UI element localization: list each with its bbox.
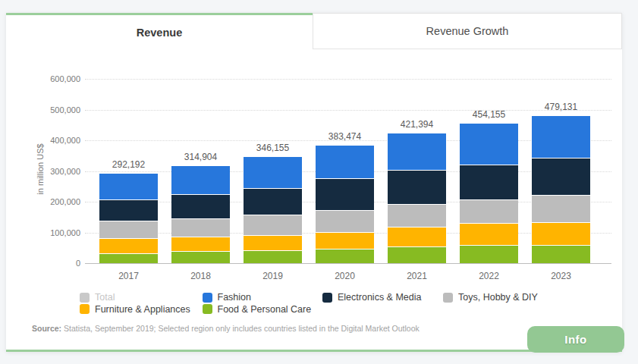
bar-segment[interactable] [244,250,302,263]
bar-total-label: 383,474 [300,131,391,143]
bar-total-label: 421,394 [372,119,463,130]
gridline [85,79,611,80]
bar-segment[interactable] [99,253,158,263]
bar-segment[interactable] [532,245,590,263]
bar-2021[interactable] [388,133,446,263]
y-tick-label: 200,000 [29,196,80,207]
legend-item[interactable]: Total [80,292,115,303]
bar-segment[interactable] [460,124,518,165]
bar-total-label: 479,131 [516,102,607,113]
bar-2018[interactable] [171,166,230,263]
y-tick-label: 100,000 [29,228,80,238]
bar-total-label: 346,155 [228,143,319,154]
bar-2020[interactable] [316,146,374,263]
bar-segment[interactable] [388,227,446,246]
legend-marker [80,293,90,303]
legend-item[interactable]: Furniture & Appliances [80,304,190,315]
legend-marker [80,304,90,314]
bar-segment[interactable] [532,195,590,222]
legend-label: Food & Personal Care [218,304,312,315]
bar-segment[interactable] [316,178,374,209]
bar-segment[interactable] [99,174,158,200]
bar-2022[interactable] [460,124,518,263]
y-tick-label: 500,000 [29,105,80,115]
y-tick-label: 600,000 [29,74,80,84]
bar-segment[interactable] [316,232,374,249]
bar-segment[interactable] [388,246,446,263]
legend-label: Toys, Hobby & DIY [458,292,538,303]
y-tick-label: 0 [29,258,80,268]
bar-segment[interactable] [171,166,230,194]
bar-2017[interactable] [99,174,158,263]
bar-segment[interactable] [316,146,374,179]
x-tick-label: 2021 [394,271,440,281]
legend-label: Fashion [218,292,251,303]
bar-segment[interactable] [99,199,158,221]
legend-label: Electronics & Media [338,292,421,303]
legend-item[interactable]: Fashion [203,292,251,303]
bar-segment[interactable] [316,210,374,232]
chart-card: Revenue Revenue Growth 600,000500,000400… [6,13,622,352]
bar-2019[interactable] [244,157,302,263]
legend-item[interactable]: Electronics & Media [322,292,421,303]
bar-segment[interactable] [388,204,446,227]
legend-marker [203,304,212,314]
legend-marker [443,293,453,303]
bar-segment[interactable] [99,238,158,253]
legend-item[interactable]: Food & Personal Care [203,304,312,315]
legend-marker [203,293,212,303]
bar-segment[interactable] [171,237,230,251]
bar-segment[interactable] [460,165,518,199]
bar-segment[interactable] [532,222,590,245]
x-tick-label: 2018 [178,271,224,281]
y-axis-title: in million US$ [36,143,45,194]
bar-segment[interactable] [244,235,302,250]
bar-segment[interactable] [460,245,518,263]
x-tick-label: 2019 [250,271,296,281]
bar-2023[interactable] [532,116,590,263]
x-tick-label: 2023 [539,271,584,281]
source-text: Statista, September 2019; Selected regio… [64,324,420,333]
bar-segment[interactable] [244,157,302,188]
x-tick-label: 2020 [322,271,368,281]
bar-segment[interactable] [388,170,446,204]
source-note: Source:Statista, September 2019; Selecte… [32,324,420,333]
bar-segment[interactable] [532,158,590,195]
legend-label: Total [95,292,115,303]
bar-segment[interactable] [171,194,230,218]
bar-segment[interactable] [171,251,230,263]
bar-segment[interactable] [460,223,518,245]
legend-label: Furniture & Appliances [95,304,190,315]
source-label: Source: [32,324,61,333]
bar-segment[interactable] [171,218,230,237]
x-tick-label: 2022 [467,271,512,281]
legend-item[interactable]: Toys, Hobby & DIY [443,292,538,303]
bar-segment[interactable] [388,133,446,170]
info-button[interactable]: Info [527,326,624,353]
bar-segment[interactable] [532,116,590,158]
legend-marker [322,293,332,303]
x-axis-line [85,263,611,264]
bar-segment[interactable] [99,221,158,238]
bar-segment[interactable] [460,199,518,223]
bar-segment[interactable] [244,188,302,215]
stacked-bar-chart: 600,000500,000400,000300,000200,000100,0… [6,13,622,350]
x-tick-label: 2017 [106,271,152,281]
bar-segment[interactable] [244,215,302,235]
bar-segment[interactable] [316,249,374,263]
